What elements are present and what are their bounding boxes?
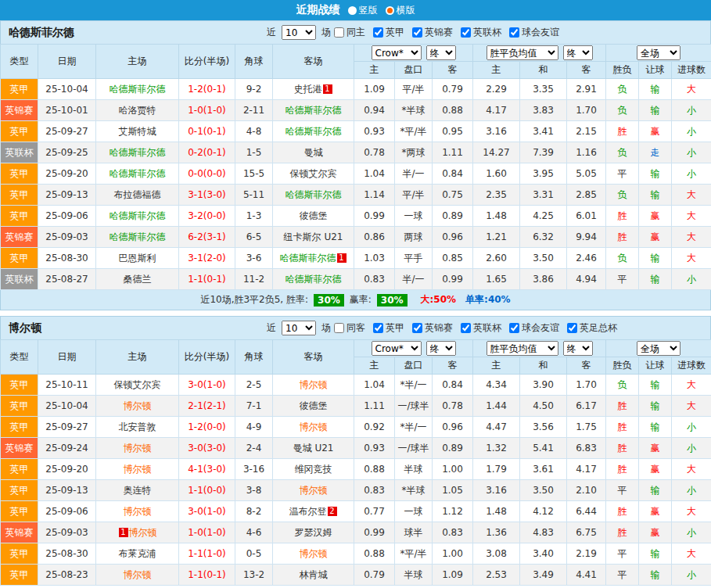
home-team-link[interactable]: 保顿艾尔宾 bbox=[114, 379, 161, 390]
filter-checkbox[interactable] bbox=[461, 27, 471, 38]
score-link[interactable]: 0-1(0-1) bbox=[188, 126, 226, 137]
score-link[interactable]: 3-2(0-0) bbox=[188, 210, 226, 221]
odds-group-header: Crow*终 bbox=[354, 340, 473, 357]
score-link[interactable]: 1-1(0-1) bbox=[188, 274, 226, 285]
home-team-link[interactable]: 奥连特 bbox=[124, 485, 152, 496]
matches-count-select[interactable]: 10 bbox=[282, 321, 316, 335]
filter-checkbox[interactable] bbox=[334, 323, 344, 333]
score-link[interactable]: 4-1(3-0) bbox=[188, 464, 226, 475]
scope-select[interactable]: 全场 bbox=[637, 341, 680, 356]
away-team-link[interactable]: 罗瑟汉姆 bbox=[295, 527, 332, 538]
home-team-link[interactable]: 艾斯特城 bbox=[119, 126, 156, 137]
away-team-link[interactable]: 博尔顿 bbox=[300, 421, 328, 432]
home-team-link[interactable]: 北安普敦 bbox=[119, 421, 156, 432]
filter-checkbox[interactable] bbox=[373, 27, 383, 38]
layout-radio-horizontal[interactable]: 横版 bbox=[386, 4, 415, 17]
away-team-link[interactable]: 彼德堡 bbox=[300, 210, 328, 221]
away-team-link[interactable]: 纽卡斯尔 U21 bbox=[284, 231, 343, 242]
away-team-link[interactable]: 保顿艾尔宾 bbox=[290, 168, 337, 179]
score-link[interactable]: 1-2(0-1) bbox=[188, 84, 226, 95]
score-link[interactable]: 1-1(0-0) bbox=[188, 485, 226, 496]
home-team-link[interactable]: 哈德斯菲尔德 bbox=[110, 168, 166, 179]
score-link[interactable]: 1-1(1-0) bbox=[188, 548, 226, 559]
home-team-link[interactable]: 布拉德福德 bbox=[114, 189, 161, 200]
home-team-link[interactable]: 哈德斯菲尔德 bbox=[110, 210, 166, 221]
matches-count-select[interactable]: 10 bbox=[282, 25, 316, 40]
home-team-link[interactable]: 博尔顿 bbox=[124, 400, 152, 411]
away-team-link[interactable]: 哈德斯菲尔德 bbox=[280, 253, 336, 264]
away-team-link[interactable]: 彼德堡 bbox=[300, 400, 328, 411]
avg-time-select[interactable]: 终 bbox=[563, 45, 593, 60]
result-value: 胜 bbox=[606, 417, 639, 438]
home-team-link[interactable]: 桑德兰 bbox=[124, 274, 152, 285]
matches-table: 类型日期主场比分(半场)角球客场Crow*终胜平负均值终全场主盘口客主和客胜负让… bbox=[0, 44, 711, 290]
filter-checkbox[interactable] bbox=[509, 27, 519, 38]
home-team-link[interactable]: 博尔顿 bbox=[124, 443, 152, 454]
col-header-odds-home: 主 bbox=[354, 357, 395, 375]
filter-checkbox[interactable] bbox=[567, 323, 577, 333]
home-team-link[interactable]: 博尔顿 bbox=[124, 464, 152, 475]
scope-group-header: 全场 bbox=[606, 45, 711, 62]
odds-time-select[interactable]: 终 bbox=[426, 45, 456, 60]
score-link[interactable]: 1-2(0-0) bbox=[188, 421, 226, 432]
filter-checkbox[interactable] bbox=[334, 27, 344, 38]
bookmaker-select[interactable]: Crow* bbox=[372, 45, 422, 60]
home-team-link[interactable]: 博尔顿 bbox=[129, 527, 157, 538]
home-team-link[interactable]: 巴恩斯利 bbox=[119, 253, 156, 264]
away-team-link[interactable]: 哈德斯菲尔德 bbox=[285, 126, 342, 137]
score-link[interactable]: 3-0(1-0) bbox=[188, 506, 226, 517]
score-cell: 0-1(0-1) bbox=[179, 121, 235, 142]
handicap-value: *两球 bbox=[395, 142, 433, 163]
away-team-link[interactable]: 哈德斯菲尔德 bbox=[285, 189, 342, 200]
away-team-link[interactable]: 史托港 bbox=[294, 84, 322, 95]
home-team-link[interactable]: 哈德斯菲尔德 bbox=[110, 231, 166, 242]
score-link[interactable]: 0-0(0-0) bbox=[188, 168, 226, 179]
team-section: 哈德斯菲尔德近10场同主英甲英锦赛英联杯球会友谊类型日期主场比分(半场)角球客场… bbox=[0, 20, 711, 310]
odds-time-select[interactable]: 终 bbox=[426, 341, 456, 356]
home-team-link[interactable]: 哈德斯菲尔德 bbox=[110, 84, 166, 95]
score-link[interactable]: 3-1(2-0) bbox=[188, 253, 226, 264]
filter-checkbox[interactable] bbox=[461, 323, 471, 333]
score-link[interactable]: 3-1(3-0) bbox=[188, 189, 226, 200]
filter-checkbox[interactable] bbox=[412, 323, 422, 333]
away-team-link[interactable]: 博尔顿 bbox=[300, 548, 328, 559]
away-team-link[interactable]: 曼城 bbox=[304, 147, 323, 158]
team-cell: 北安普敦 bbox=[96, 417, 179, 438]
avg-away: 1.70 bbox=[567, 100, 606, 121]
away-team-link[interactable]: 博尔顿 bbox=[300, 485, 328, 496]
home-team-link[interactable]: 博尔顿 bbox=[124, 506, 152, 517]
avg-metric-select[interactable]: 胜平负均值 bbox=[487, 45, 558, 60]
score-link[interactable]: 2-1(2-1) bbox=[188, 400, 226, 411]
away-team-link[interactable]: 温布尔登 bbox=[289, 506, 327, 517]
league-badge: 英锦赛 bbox=[1, 438, 38, 459]
home-team-link[interactable]: 哈德斯菲尔德 bbox=[110, 147, 166, 158]
filter-checkbox[interactable] bbox=[412, 27, 422, 38]
score-link[interactable]: 0-2(0-1) bbox=[188, 147, 226, 158]
away-team-link[interactable]: 哈德斯菲尔德 bbox=[285, 274, 342, 285]
home-team-link[interactable]: 哈洛贾特 bbox=[119, 105, 156, 116]
col-header-date: 日期 bbox=[38, 45, 96, 79]
score-cell: 3-1(2-0) bbox=[179, 248, 235, 269]
score-link[interactable]: 1-0(1-0) bbox=[188, 105, 226, 116]
avg-time-select[interactable]: 终 bbox=[563, 341, 593, 356]
score-link[interactable]: 3-0(3-0) bbox=[188, 443, 226, 454]
scope-select[interactable]: 全场 bbox=[637, 45, 680, 60]
score-link[interactable]: 6-2(3-1) bbox=[188, 231, 226, 242]
home-team-link[interactable]: 博尔顿 bbox=[124, 569, 152, 580]
score-link[interactable]: 1-1(0-1) bbox=[188, 569, 226, 580]
away-team-link[interactable]: 曼城 U21 bbox=[293, 443, 334, 454]
away-team-link[interactable]: 哈德斯菲尔德 bbox=[285, 105, 342, 116]
away-team-link[interactable]: 博尔顿 bbox=[300, 379, 328, 390]
score-cell: 3-0(1-0) bbox=[179, 375, 235, 396]
away-team-link[interactable]: 维冈竞技 bbox=[295, 464, 332, 475]
layout-radio-vertical[interactable]: 竖版 bbox=[348, 4, 378, 17]
filter-checkbox[interactable] bbox=[373, 323, 383, 333]
bookmaker-select[interactable]: Crow* bbox=[372, 341, 422, 356]
score-link[interactable]: 1-0(1-0) bbox=[188, 527, 226, 538]
filter-checkbox[interactable] bbox=[509, 323, 519, 333]
score-link[interactable]: 3-0(1-0) bbox=[188, 379, 226, 390]
away-team-link[interactable]: 林肯城 bbox=[300, 569, 328, 580]
home-team-link[interactable]: 布莱克浦 bbox=[119, 548, 156, 559]
table-row: 英锦赛25-09-031博尔顿1-0(1-0)4-6罗瑟汉姆0.99球半0.83… bbox=[1, 522, 711, 543]
avg-metric-select[interactable]: 胜平负均值 bbox=[487, 341, 558, 356]
